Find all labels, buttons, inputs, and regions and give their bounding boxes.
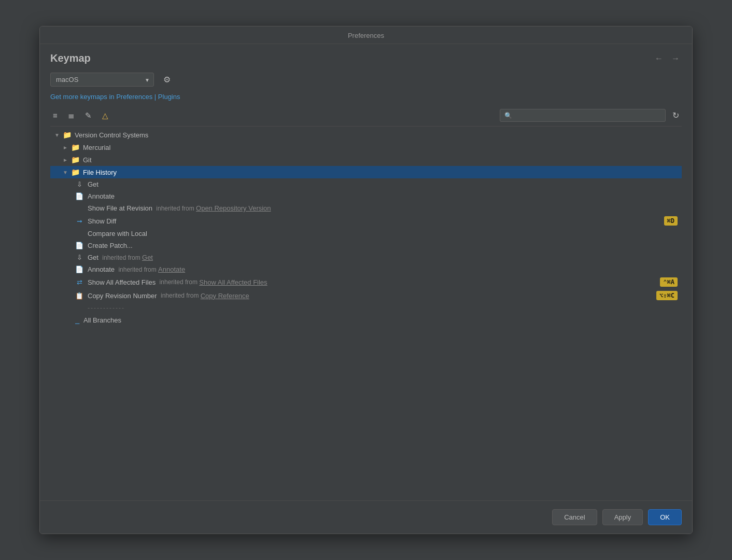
tree-item-all-branches[interactable]: ⎯ All Branches [50, 314, 682, 326]
tree-item-get-inherited[interactable]: ⇩ Get inherited from Get [50, 251, 682, 263]
search-box: 🔍 [500, 109, 666, 122]
page-title: Keymap [50, 52, 91, 64]
tree-item-annotate-inherited[interactable]: 📄 Annotate inherited from Annotate [50, 263, 682, 275]
toolbar-row: ≡ ≣ ✎ △ 🔍 ↻ [50, 109, 682, 127]
search-input[interactable] [515, 111, 661, 119]
toolbar-left: ≡ ≣ ✎ △ [50, 109, 111, 122]
folder-icon: 📁 [63, 131, 72, 139]
apply-button[interactable]: Apply [602, 509, 643, 525]
affected-files-icon: ⇄ [75, 278, 83, 286]
item-label: Version Control Systems [75, 131, 148, 139]
edit-shortcut-button[interactable]: ✎ [82, 109, 94, 122]
edit-icon: ✎ [85, 111, 92, 120]
plugins-link[interactable]: Get more keymaps in Preferences | Plugin… [50, 93, 682, 101]
dialog-title: Preferences [348, 32, 384, 39]
item-label: Annotate [88, 192, 115, 200]
tree-item-create-patch[interactable]: 📄 Create Patch... [50, 240, 682, 251]
title-bar: Preferences [40, 26, 692, 44]
chevron-right-icon: ► [63, 145, 69, 150]
shortcut-badge: ⌃⌘A [660, 277, 678, 287]
item-label: Get [88, 254, 98, 261]
item-label: Create Patch... [88, 242, 133, 249]
tree-item-mercurial[interactable]: ► 📁 Mercurial [50, 141, 682, 153]
item-label: Show All Affected Files [88, 278, 156, 286]
tree-area: ▼ 📁 Version Control Systems ► 📁 Mercuria… [50, 129, 682, 500]
inherited-text: inherited from [101, 254, 142, 261]
tree-item-compare-local[interactable]: Compare with Local [50, 228, 682, 240]
item-label: Copy Revision Number [88, 292, 157, 300]
tree-item-get[interactable]: ⇩ Get [50, 178, 682, 190]
tree-item-annotate[interactable]: 📄 Annotate [50, 190, 682, 202]
item-label: Get [88, 180, 98, 188]
divider-row: ------------ [50, 302, 682, 314]
branch-icon: ⎯ [75, 316, 79, 324]
nav-back-button[interactable]: ← [653, 54, 665, 63]
tree-item-show-diff[interactable]: ➞ Show Diff ⌘D [50, 214, 682, 228]
folder-icon: 📁 [71, 156, 80, 164]
content-area: Keymap ← → macOS Eclipse Emacs NetBeans … [40, 44, 692, 500]
shortcut-badge: ⌥⇧⌘C [656, 291, 678, 300]
search-area: 🔍 ↻ [500, 109, 682, 122]
download-icon: ⇩ [75, 180, 83, 188]
cancel-button[interactable]: Cancel [552, 509, 597, 525]
chevron-down-icon: ▼ [63, 170, 69, 175]
warning-button[interactable]: △ [100, 109, 111, 122]
tree-item-vcs[interactable]: ▼ 📁 Version Control Systems [50, 129, 682, 141]
page-title-row: Keymap ← → [50, 52, 682, 64]
patch-icon: 📄 [75, 242, 83, 249]
inherited-text: inherited from [117, 266, 158, 273]
chevron-down-icon: ▼ [54, 132, 61, 138]
restore-icon: ↻ [672, 111, 679, 120]
diff-icon: ➞ [75, 217, 83, 225]
item-label: Git [83, 156, 92, 164]
warning-icon: △ [102, 111, 108, 120]
keymap-dropdown[interactable]: macOS Eclipse Emacs NetBeans Default [50, 73, 154, 87]
keymap-selector-row: macOS Eclipse Emacs NetBeans Default ▼ ⚙ [50, 73, 682, 87]
preferences-dialog: Preferences Keymap ← → macOS Eclipse Ema… [39, 26, 693, 534]
nav-arrows: ← → [653, 54, 682, 63]
item-label: Show File at Revision [88, 204, 152, 212]
item-label: Mercurial [83, 144, 110, 151]
show-all-affected-link[interactable]: Show All Affected Files [199, 278, 267, 286]
copy-reference-link[interactable]: Copy Reference [201, 292, 249, 300]
restore-button[interactable]: ↻ [670, 109, 682, 122]
search-icon: 🔍 [504, 112, 512, 119]
open-repository-link[interactable]: Open Repository Version [196, 204, 271, 212]
ok-button[interactable]: OK [648, 509, 682, 525]
divider-label: ------------ [88, 304, 125, 312]
doc-icon: 📄 [75, 192, 83, 200]
get-link[interactable]: Get [142, 254, 153, 261]
inherited-text: inherited from [158, 278, 199, 286]
expand-all-icon: ≡ [53, 111, 58, 120]
inherited-text: inherited from [154, 205, 196, 212]
item-label: All Branches [83, 316, 121, 324]
folder-icon: 📁 [71, 168, 80, 176]
shortcut-badge: ⌘D [664, 216, 678, 226]
nav-forward-button[interactable]: → [669, 54, 682, 63]
folder-icon: 📁 [71, 143, 80, 151]
copy-icon: 📋 [75, 292, 83, 300]
annotate-link[interactable]: Annotate [158, 265, 185, 273]
chevron-right-icon: ► [63, 157, 69, 163]
item-label: File History [83, 169, 117, 176]
expand-all-button[interactable]: ≡ [50, 109, 60, 121]
doc-icon: 📄 [75, 265, 83, 273]
tree-item-git[interactable]: ► 📁 Git [50, 153, 682, 166]
tree-item-copy-revision[interactable]: 📋 Copy Revision Number inherited from Co… [50, 289, 682, 302]
footer: Cancel Apply OK [40, 500, 692, 534]
tree-item-show-file[interactable]: Show File at Revision inherited from Ope… [50, 202, 682, 214]
item-label: Compare with Local [88, 230, 147, 237]
collapse-all-button[interactable]: ≣ [65, 109, 77, 122]
item-label: Annotate [88, 265, 115, 273]
item-label: Show Diff [88, 217, 116, 225]
tree-item-show-all-affected[interactable]: ⇄ Show All Affected Files inherited from… [50, 275, 682, 289]
gear-button[interactable]: ⚙ [160, 73, 174, 87]
inherited-text: inherited from [159, 292, 201, 299]
collapse-all-icon: ≣ [68, 111, 75, 120]
keymap-dropdown-wrapper: macOS Eclipse Emacs NetBeans Default ▼ [50, 73, 154, 87]
tree-item-file-history[interactable]: ▼ 📁 File History [50, 166, 682, 178]
download-icon: ⇩ [75, 254, 83, 261]
